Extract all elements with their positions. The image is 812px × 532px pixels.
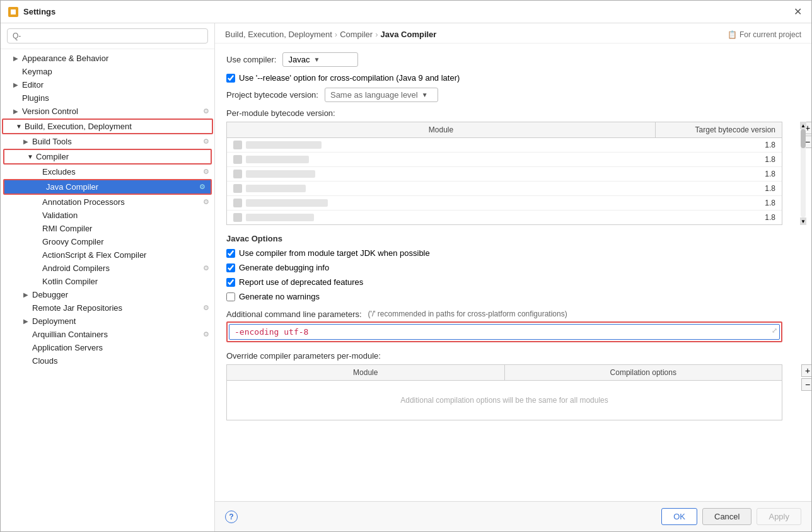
override-header: Module Compilation options bbox=[227, 365, 782, 381]
override-col1-header: Module bbox=[227, 365, 505, 380]
help-button[interactable]: ? bbox=[225, 511, 238, 523]
sidebar-item-label: Excludes bbox=[42, 167, 200, 176]
scroll-thumb[interactable] bbox=[801, 129, 806, 148]
table-row[interactable]: 1.8 bbox=[227, 211, 782, 224]
expand-icon[interactable]: ⤢ bbox=[772, 327, 777, 335]
sidebar-item-keymap[interactable]: Keymap bbox=[1, 65, 214, 78]
sidebar-item-label: Arquillian Containers bbox=[32, 330, 200, 339]
sidebar-item-label: RMI Compiler bbox=[42, 224, 209, 233]
sidebar-item-label: Validation bbox=[42, 211, 209, 220]
sidebar-item-label: Editor bbox=[22, 80, 209, 90]
table-row[interactable]: 1.8 bbox=[227, 196, 782, 211]
sidebar: ▶ Appearance & Behavior Keymap ▶ Editor … bbox=[1, 23, 215, 531]
sidebar-item-clouds[interactable]: Clouds bbox=[1, 354, 214, 367]
sidebar-item-label: Android Compilers bbox=[42, 263, 200, 273]
sidebar-item-build-execution[interactable]: ▼ Build, Execution, Deployment bbox=[3, 120, 212, 133]
release-checkbox[interactable] bbox=[226, 74, 235, 83]
module-cell bbox=[227, 196, 656, 210]
ok-button[interactable]: OK bbox=[661, 508, 697, 525]
javac-option-generate-debug: Generate debugging info bbox=[226, 263, 800, 272]
cmd-row: Additional command line parameters: ('/'… bbox=[226, 308, 800, 319]
breadcrumb: Build, Execution, Deployment › Compiler … bbox=[215, 23, 811, 43]
override-empty-message: Additional compilation options will be t… bbox=[227, 381, 782, 420]
sidebar-item-compiler[interactable]: ▼ Compiler bbox=[4, 150, 211, 163]
compiler-dropdown[interactable]: Javac ▼ bbox=[282, 52, 358, 67]
sidebar-item-label: Build Tools bbox=[32, 137, 200, 146]
svg-rect-1 bbox=[11, 9, 16, 14]
add-override-button[interactable]: + bbox=[801, 364, 811, 377]
scroll-track bbox=[801, 129, 806, 217]
table-header: Module Target bytecode version bbox=[227, 122, 782, 138]
sidebar-item-rmi-compiler[interactable]: RMI Compiler bbox=[1, 222, 214, 235]
table-row[interactable]: 1.8 bbox=[227, 167, 782, 182]
sidebar-item-label: Annotation Processors bbox=[42, 197, 200, 207]
bottom-buttons: ? OK Cancel Apply bbox=[215, 501, 811, 531]
use-compiler-row: Use compiler: Javac ▼ bbox=[226, 52, 800, 67]
sidebar-item-deployment[interactable]: ▶ Deployment bbox=[1, 315, 214, 328]
scroll-up-button[interactable]: ▲ bbox=[800, 122, 806, 129]
bytecode-version-dropdown[interactable]: Same as language level ▼ bbox=[325, 88, 438, 102]
javac-option-use-module-jdk: Use compiler from module target JDK when… bbox=[226, 248, 800, 258]
sidebar-item-kotlin[interactable]: Kotlin Compiler bbox=[1, 275, 214, 288]
sidebar-item-java-compiler[interactable]: Java Compiler ⚙ bbox=[4, 180, 211, 194]
no-warnings-checkbox[interactable] bbox=[226, 292, 235, 301]
override-col2-header: Compilation options bbox=[505, 365, 782, 380]
javac-option-report-deprecated: Report use of deprecated features bbox=[226, 277, 800, 287]
apply-button[interactable]: Apply bbox=[757, 508, 801, 525]
report-deprecated-label: Report use of deprecated features bbox=[239, 277, 363, 287]
module-cell bbox=[227, 153, 656, 166]
for-project[interactable]: 📋 For current project bbox=[728, 30, 801, 39]
report-deprecated-checkbox[interactable] bbox=[226, 278, 235, 287]
use-module-jdk-checkbox[interactable] bbox=[226, 249, 235, 258]
scroll-down-button[interactable]: ▼ bbox=[800, 217, 806, 225]
sidebar-item-version-control[interactable]: ▶ Version Control ⚙ bbox=[1, 105, 214, 118]
sidebar-item-label: Appearance & Behavior bbox=[22, 54, 209, 63]
table-scrollbar: ▲ ▼ bbox=[799, 122, 808, 225]
release-option-row: Use '--release' option for cross-compila… bbox=[226, 73, 800, 83]
for-project-label: For current project bbox=[740, 30, 801, 39]
cmd-input[interactable] bbox=[229, 324, 780, 340]
settings-icon: ⚙ bbox=[203, 198, 209, 206]
sidebar-item-editor[interactable]: ▶ Editor bbox=[1, 78, 214, 91]
override-table-wrapper: Module Compilation options Additional co… bbox=[226, 364, 782, 420]
table-row[interactable]: 1.8 bbox=[227, 182, 782, 196]
module-cell bbox=[227, 182, 656, 195]
close-button[interactable]: ✕ bbox=[791, 6, 804, 18]
settings-icon: ⚙ bbox=[203, 168, 209, 176]
table-row[interactable]: 1.8 bbox=[227, 138, 782, 153]
bytecode-version-value: Same as language level bbox=[330, 90, 418, 100]
sidebar-item-actionscript[interactable]: ActionScript & Flex Compiler bbox=[1, 248, 214, 262]
arrow-icon: ▶ bbox=[13, 81, 22, 88]
bytecode-version-row: Project bytecode version: Same as langua… bbox=[226, 88, 800, 102]
sidebar-item-excludes[interactable]: Excludes ⚙ bbox=[1, 165, 214, 178]
sidebar-item-debugger[interactable]: ▶ Debugger bbox=[1, 288, 214, 301]
sidebar-item-remote-jar[interactable]: Remote Jar Repositories ⚙ bbox=[1, 301, 214, 315]
sidebar-item-label: Clouds bbox=[32, 356, 209, 366]
per-module-label: Per-module bytecode version: bbox=[226, 108, 335, 118]
generate-debug-checkbox[interactable] bbox=[226, 263, 235, 272]
remove-override-button[interactable]: − bbox=[801, 378, 811, 391]
sidebar-item-annotation-processors[interactable]: Annotation Processors ⚙ bbox=[1, 195, 214, 209]
sidebar-item-label: Remote Jar Repositories bbox=[32, 303, 200, 313]
cmd-label: Additional command line parameters: bbox=[226, 308, 362, 319]
search-input[interactable] bbox=[7, 28, 208, 43]
settings-window: Settings ✕ ▶ Appearance & Behavior Keyma… bbox=[0, 0, 812, 532]
col-module-header: Module bbox=[227, 122, 656, 137]
sidebar-item-application-servers[interactable]: Application Servers bbox=[1, 341, 214, 354]
sidebar-item-groovy-compiler[interactable]: Groovy Compiler bbox=[1, 235, 214, 248]
sidebar-item-arquillian[interactable]: Arquillian Containers ⚙ bbox=[1, 328, 214, 341]
use-module-jdk-label: Use compiler from module target JDK when… bbox=[239, 248, 430, 258]
sidebar-item-appearance[interactable]: ▶ Appearance & Behavior bbox=[1, 52, 214, 65]
sidebar-item-validation[interactable]: Validation bbox=[1, 209, 214, 222]
javac-options-title: Javac Options bbox=[226, 234, 800, 243]
settings-icon: ⚙ bbox=[203, 304, 209, 312]
cancel-button[interactable]: Cancel bbox=[702, 508, 751, 525]
breadcrumb-sep2: › bbox=[375, 30, 378, 39]
arrow-icon: ▼ bbox=[27, 153, 36, 160]
override-table: Module Compilation options Additional co… bbox=[226, 364, 782, 420]
sidebar-item-android[interactable]: Android Compilers ⚙ bbox=[1, 262, 214, 275]
sidebar-item-plugins[interactable]: Plugins bbox=[1, 91, 214, 105]
sidebar-item-build-tools[interactable]: ▶ Build Tools ⚙ bbox=[1, 135, 214, 148]
sidebar-item-label: Deployment bbox=[32, 316, 209, 326]
table-row[interactable]: 1.8 bbox=[227, 153, 782, 167]
